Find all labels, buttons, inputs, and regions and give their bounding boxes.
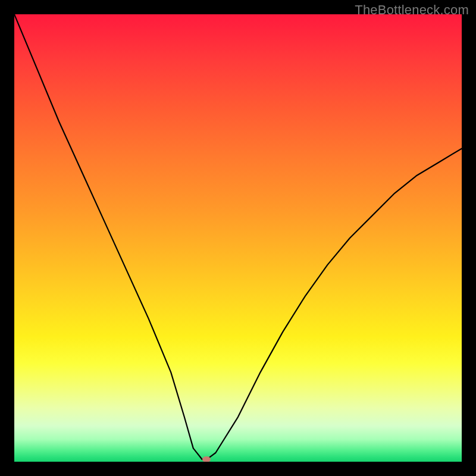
watermark-text: TheBottleneck.com <box>355 2 469 18</box>
plot-area <box>14 14 462 462</box>
optimum-marker <box>202 456 211 462</box>
chart-frame: TheBottleneck.com <box>0 0 476 476</box>
bottleneck-curve <box>14 14 462 462</box>
